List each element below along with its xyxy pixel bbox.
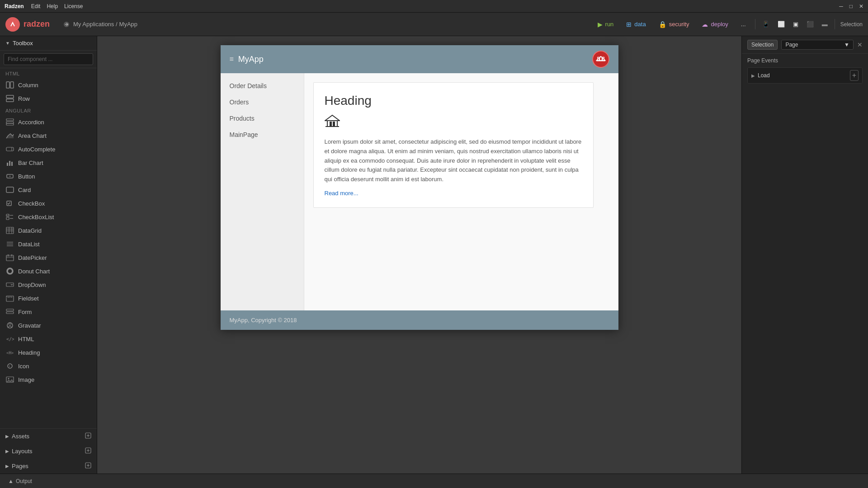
toolbox-item-checkbox[interactable]: CheckBox [0,197,97,210]
selection-badge: Selection [747,40,778,50]
title-bar: Radzen Edit Help License ─ □ ✕ [0,0,868,13]
svg-rect-31 [6,255,14,261]
data-icon: ⊞ [626,21,632,28]
toolbox-item-checkboxlist[interactable]: CheckBoxList [0,210,97,224]
maximize-button[interactable]: □ [849,3,853,9]
read-more-link[interactable]: Read more... [325,190,359,197]
nav-item-order-details[interactable]: Order Details [221,78,304,94]
checkbox-label: CheckBox [18,200,45,207]
close-button[interactable]: ✕ [859,3,863,9]
toolbox-item-bar-chart[interactable]: Bar Chart [0,156,97,169]
output-label: Output [16,478,32,484]
toolbox-item-row[interactable]: Row [0,92,97,105]
assets-add-icon[interactable] [85,432,91,440]
output-bar: ▲ Output [0,474,868,488]
toolbox-item-dropdown[interactable]: DropDown [0,278,97,291]
logo-circle [5,17,20,32]
toolbox-item-datepicker[interactable]: DatePicker [0,251,97,264]
logo-area: radzen [5,17,50,32]
run-label: run [605,21,614,28]
angular-section-label: Angular [0,105,97,115]
toolbox-item-datagrid[interactable]: DataGrid [0,224,97,237]
hamburger-icon[interactable]: ≡ [230,55,234,63]
add-event-button[interactable]: + [850,70,859,81]
device-mobile[interactable]: 📱 [759,19,773,29]
toolbox-item-gravatar[interactable]: Gravatar [0,319,97,332]
menu-edit[interactable]: Edit [31,3,41,9]
run-icon: ▶ [598,21,603,28]
nav-item-products[interactable]: Products [221,110,304,127]
assets-item[interactable]: ▶ Assets [0,429,97,444]
donut-chart-label: Donut Chart [18,268,50,275]
page-select-dropdown[interactable]: Page ▼ [781,40,854,50]
run-button[interactable]: ▶ run [594,19,618,30]
pages-add-icon[interactable] [85,462,91,470]
device-tablet[interactable]: ▣ [790,19,802,29]
dropdown-icon [5,280,14,289]
menu-license[interactable]: License [64,3,83,9]
toolbox-item-form[interactable]: Form [0,305,97,319]
component-search-input[interactable] [4,53,93,65]
layouts-item[interactable]: ▶ Layouts [0,444,97,459]
my-applications-link[interactable] [63,21,71,28]
toolbox-item-heading[interactable]: <H> Heading [0,346,97,359]
nav-item-orders[interactable]: Orders [221,94,304,110]
gravatar-label: Gravatar [18,322,41,329]
security-label: security [669,21,689,28]
card-label: Card [18,187,31,193]
nav-item-mainpage[interactable]: MainPage [221,127,304,143]
bar-chart-label: Bar Chart [18,160,43,166]
toolbox-item-image[interactable]: Image [0,373,97,386]
selection-label: Selection [840,21,863,28]
event-left: ▶ Load [751,72,770,79]
toolbox-item-column[interactable]: Column [0,78,97,92]
toolbox-item-html[interactable]: </> HTML [0,332,97,346]
menu-help[interactable]: Help [47,3,58,9]
toolbox-item-area-chart[interactable]: Area Chart [0,129,97,142]
app-title: Radzen [5,3,24,9]
device-laptop[interactable]: ⬛ [803,19,817,29]
device-desktop[interactable]: ▬ [819,19,831,29]
page-select-label: Page [785,42,798,48]
deploy-button[interactable]: ☁ deploy [698,19,731,30]
column-label: Column [18,82,38,89]
pages-label: Pages [12,463,28,469]
donut-chart-icon [5,267,14,276]
toolbox-header[interactable]: ▼ Toolbox [0,36,97,51]
device-small[interactable]: ⬜ [774,19,788,29]
layouts-add-icon[interactable] [85,447,91,455]
toolbox-item-icon[interactable]: i Icon [0,359,97,373]
security-button[interactable]: 🔒 security [655,19,693,30]
svg-point-47 [8,364,12,368]
minimize-button[interactable]: ─ [839,3,843,9]
content-heading: Heading [325,94,582,108]
checkbox-icon [5,199,14,208]
toolbox-item-button[interactable]: Button [0,169,97,183]
toolbox-item-donut-chart[interactable]: Donut Chart [0,264,97,278]
toolbox-item-datalist[interactable]: DataList [0,237,97,251]
toolbox-item-autocomplete[interactable]: AutoComplete [0,142,97,156]
fieldset-label: Fieldset [18,295,39,302]
more-label: ... [741,21,746,28]
svg-point-60 [593,52,609,67]
app-footer: MyApp, Copyright © 2018 [221,310,618,330]
autocomplete-label: AutoComplete [18,146,55,153]
html-icon: </> [5,334,14,343]
toolbox-item-card[interactable]: Card [0,183,97,197]
toolbox-item-fieldset[interactable]: name Fieldset [0,291,97,305]
form-icon [5,307,14,316]
right-panel-close-button[interactable]: ✕ [857,41,863,48]
toolbox-item-accordion[interactable]: Accordion [0,115,97,129]
svg-rect-21 [6,217,9,220]
icon-icon: i [5,361,14,371]
logo-text: radzen [24,19,50,29]
svg-marker-70 [325,115,340,121]
area-chart-label: Area Chart [18,132,47,139]
more-button[interactable]: ... [737,19,750,29]
checkboxlist-label: CheckBoxList [18,214,54,221]
icon-label: Icon [18,363,29,370]
svg-rect-42 [6,312,14,314]
data-button[interactable]: ⊞ data [623,19,649,30]
output-toggle-button[interactable]: ▲ Output [5,477,35,486]
pages-item[interactable]: ▶ Pages [0,459,97,474]
